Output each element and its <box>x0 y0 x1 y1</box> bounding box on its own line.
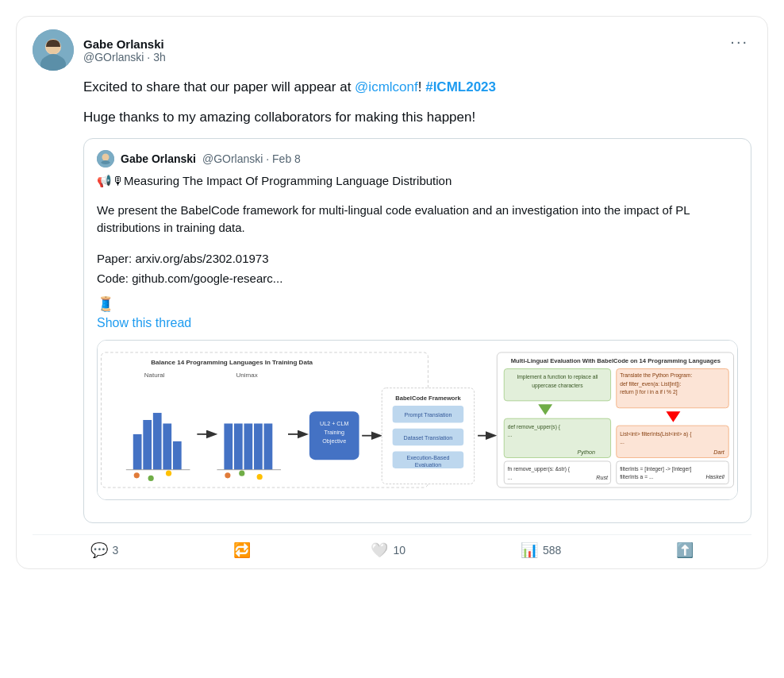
quoted-tweet: Gabe Orlanski @GOrlanski · Feb 8 📢🎙Measu… <box>83 138 751 523</box>
svg-text:...: ... <box>508 432 513 437</box>
user-info: Gabe Orlanski @GOrlanski · 3h <box>83 37 166 64</box>
research-chart: Balance 14 Programming Languages In Trai… <box>98 341 737 499</box>
svg-rect-11 <box>153 413 162 470</box>
quoted-avatar[interactable] <box>97 150 114 168</box>
avatar[interactable] <box>33 29 74 71</box>
svg-text:Natural: Natural <box>144 372 165 379</box>
tweet-text-suffix: ! <box>418 79 422 94</box>
tweet-mention[interactable]: @icmlconf <box>355 79 418 94</box>
svg-point-28 <box>257 474 263 480</box>
svg-rect-20 <box>224 423 233 469</box>
svg-text:def remove_upper(s) {: def remove_upper(s) { <box>508 423 561 430</box>
share-action[interactable]: ⬆️ <box>676 541 694 559</box>
tweet-header-left: Gabe Orlanski @GOrlanski · 3h <box>33 29 166 71</box>
thread-emoji: 🧵 <box>97 295 738 313</box>
svg-text:Translate the Python Program:: Translate the Python Program: <box>620 372 692 379</box>
svg-rect-55 <box>504 460 610 483</box>
svg-text:Dart: Dart <box>713 449 725 455</box>
svg-text:List<int> filterInts(List<int>: List<int> filterInts(List<int> a) { <box>620 430 692 437</box>
code-label: Code: <box>97 272 129 285</box>
svg-text:Multi-Lingual Evaluation With : Multi-Lingual Evaluation With BabelCode … <box>511 357 721 364</box>
svg-text:Training: Training <box>324 429 344 435</box>
svg-text:Execution-Based: Execution-Based <box>406 455 449 461</box>
svg-point-15 <box>134 472 140 478</box>
code-link[interactable]: github.com/google-researc... <box>132 272 282 285</box>
svg-rect-23 <box>254 423 263 469</box>
tweet-main-text: Excited to share that our paper will app… <box>33 77 751 98</box>
paper-label: Paper: <box>97 252 132 265</box>
svg-rect-22 <box>244 423 252 469</box>
svg-rect-9 <box>133 433 142 469</box>
comment-count: 3 <box>113 544 119 557</box>
svg-text:fn remove_upper(s: &str) {: fn remove_upper(s: &str) { <box>508 466 571 472</box>
paper-link[interactable]: arxiv.org/abs/2302.01973 <box>135 252 268 265</box>
share-icon: ⬆️ <box>676 541 694 559</box>
svg-text:Unimax: Unimax <box>236 372 257 379</box>
svg-text:Evaluation: Evaluation <box>415 462 441 468</box>
svg-text:Implement a function to replac: Implement a function to replace all <box>517 374 598 380</box>
svg-text:Dataset Translation: Dataset Translation <box>404 435 453 441</box>
svg-text:uppercase characters: uppercase characters <box>532 382 583 388</box>
tweet-thanks-text: Huge thanks to my amazing collaborators … <box>33 107 751 128</box>
research-image: Balance 14 Programming Languages In Trai… <box>97 340 738 500</box>
svg-text:BabelCode Framework: BabelCode Framework <box>395 394 461 401</box>
svg-text:UL2 + CLM: UL2 + CLM <box>320 421 348 427</box>
svg-text:return [i for i in a if i % 2]: return [i for i in a if i % 2] <box>620 388 677 395</box>
title-text: Measuring The Impact Of Programming Lang… <box>124 174 452 187</box>
svg-point-17 <box>166 470 171 476</box>
views-action[interactable]: 📊 588 <box>521 541 561 559</box>
retweet-action[interactable]: 🔁 <box>233 541 256 559</box>
quoted-links: Paper: arxiv.org/abs/2302.01973 Code: gi… <box>97 248 738 289</box>
svg-text:filterInts a = ...: filterInts a = ... <box>620 474 653 480</box>
like-action[interactable]: 🤍 10 <box>371 541 405 559</box>
svg-text:...: ... <box>508 475 513 480</box>
show-thread-link[interactable]: Show this thread <box>97 316 738 330</box>
user-name[interactable]: Gabe Orlanski <box>83 37 166 51</box>
svg-rect-12 <box>163 423 171 469</box>
user-handle-time: @GOrlanski · 3h <box>83 51 166 64</box>
svg-text:...: ... <box>620 439 625 445</box>
svg-text:def filter_even(a: List[int]):: def filter_even(a: List[int]): <box>620 381 681 387</box>
tweet-card: Gabe Orlanski @GOrlanski · 3h ··· Excite… <box>16 16 768 569</box>
views-count: 588 <box>543 544 561 557</box>
comment-action[interactable]: 💬 3 <box>90 541 119 559</box>
svg-rect-13 <box>173 441 182 469</box>
svg-rect-24 <box>264 423 273 469</box>
tweet-text-prefix: Excited to share that our paper will app… <box>83 79 355 94</box>
retweet-icon: 🔁 <box>233 541 251 559</box>
svg-rect-10 <box>143 420 152 470</box>
svg-point-16 <box>148 475 154 480</box>
quoted-description: We present the BabelCode framework for m… <box>97 202 738 237</box>
svg-point-27 <box>239 470 244 476</box>
tweet-header: Gabe Orlanski @GOrlanski · 3h ··· <box>33 29 751 71</box>
tweet-hashtag[interactable]: #ICML2023 <box>425 79 496 94</box>
quoted-paper-title: 📢🎙Measuring The Impact Of Programming La… <box>97 172 738 191</box>
svg-text:Prompt Translation: Prompt Translation <box>404 412 452 418</box>
comment-icon: 💬 <box>90 541 108 559</box>
svg-text:Objective: Objective <box>322 437 346 444</box>
tweet-actions: 💬 3 🔁 🤍 10 📊 588 ⬆️ <box>33 534 751 559</box>
like-count: 10 <box>393 544 405 557</box>
quoted-user-name[interactable]: Gabe Orlanski <box>121 152 196 165</box>
svg-text:Python: Python <box>578 449 595 455</box>
like-icon: 🤍 <box>371 541 388 559</box>
svg-point-26 <box>225 472 230 478</box>
quoted-tweet-header: Gabe Orlanski @GOrlanski · Feb 8 <box>97 150 738 168</box>
svg-text:filterInts = [Integer] -> [Int: filterInts = [Integer] -> [Integer] <box>620 465 691 472</box>
svg-text:Rust: Rust <box>596 475 609 481</box>
more-options-icon[interactable]: ··· <box>727 29 751 54</box>
svg-text:Haskell: Haskell <box>705 474 724 480</box>
svg-text:Balance 14 Programming Languag: Balance 14 Programming Languages In Trai… <box>151 359 313 366</box>
quoted-handle-time: @GOrlanski · Feb 8 <box>202 152 301 165</box>
svg-point-5 <box>102 154 110 161</box>
views-icon: 📊 <box>521 541 538 559</box>
title-emoji: 📢🎙 <box>97 174 124 187</box>
svg-rect-21 <box>234 423 243 469</box>
